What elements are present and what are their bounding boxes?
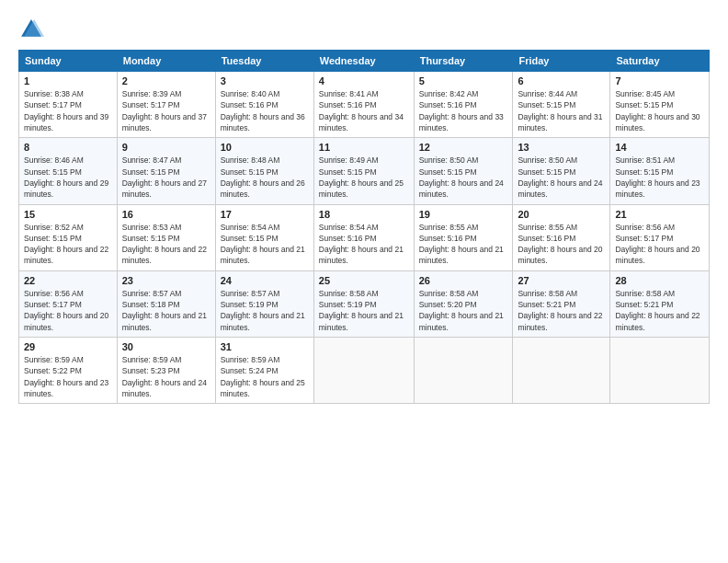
calendar-cell: 5 Sunrise: 8:42 AMSunset: 5:16 PMDayligh… <box>414 72 513 138</box>
calendar-week-row: 29 Sunrise: 8:59 AMSunset: 5:22 PMDaylig… <box>19 338 710 404</box>
day-number: 30 <box>122 341 210 352</box>
calendar-cell: 8 Sunrise: 8:46 AMSunset: 5:15 PMDayligh… <box>19 138 118 204</box>
day-number: 20 <box>518 209 605 220</box>
calendar-cell: 1 Sunrise: 8:38 AMSunset: 5:17 PMDayligh… <box>19 72 118 138</box>
day-number: 21 <box>615 209 704 220</box>
calendar-header-row: SundayMondayTuesdayWednesdayThursdayFrid… <box>19 51 710 72</box>
day-info: Sunrise: 8:56 AMSunset: 5:17 PMDaylight:… <box>615 223 700 266</box>
day-number: 16 <box>122 209 210 220</box>
day-number: 22 <box>24 275 112 286</box>
day-number: 14 <box>615 142 704 153</box>
header <box>18 17 710 42</box>
calendar-cell: 17 Sunrise: 8:54 AMSunset: 5:15 PMDaylig… <box>215 204 313 270</box>
calendar-cell: 31 Sunrise: 8:59 AMSunset: 5:24 PMDaylig… <box>215 338 313 404</box>
day-info: Sunrise: 8:51 AMSunset: 5:15 PMDaylight:… <box>615 155 700 199</box>
calendar-cell: 4 Sunrise: 8:41 AMSunset: 5:16 PMDayligh… <box>313 72 414 138</box>
day-info: Sunrise: 8:50 AMSunset: 5:15 PMDaylight:… <box>419 155 504 199</box>
calendar-week-row: 22 Sunrise: 8:56 AMSunset: 5:17 PMDaylig… <box>19 270 710 337</box>
calendar-cell: 14 Sunrise: 8:51 AMSunset: 5:15 PMDaylig… <box>610 138 710 204</box>
day-info: Sunrise: 8:54 AMSunset: 5:15 PMDaylight:… <box>221 223 305 266</box>
calendar-cell: 27 Sunrise: 8:58 AMSunset: 5:21 PMDaylig… <box>513 270 610 337</box>
calendar-cell: 19 Sunrise: 8:55 AMSunset: 5:16 PMDaylig… <box>414 204 513 270</box>
day-info: Sunrise: 8:44 AMSunset: 5:15 PMDaylight:… <box>518 89 602 132</box>
calendar-cell: 6 Sunrise: 8:44 AMSunset: 5:15 PMDayligh… <box>513 72 610 138</box>
calendar-cell: 28 Sunrise: 8:58 AMSunset: 5:21 PMDaylig… <box>610 270 710 337</box>
calendar-cell: 21 Sunrise: 8:56 AMSunset: 5:17 PMDaylig… <box>610 204 710 270</box>
day-info: Sunrise: 8:42 AMSunset: 5:16 PMDaylight:… <box>419 89 504 132</box>
day-info: Sunrise: 8:58 AMSunset: 5:19 PMDaylight:… <box>319 289 404 332</box>
calendar-cell: 16 Sunrise: 8:53 AMSunset: 5:15 PMDaylig… <box>117 204 215 270</box>
weekday-header: Friday <box>513 51 610 72</box>
day-number: 18 <box>319 209 409 220</box>
day-info: Sunrise: 8:58 AMSunset: 5:21 PMDaylight:… <box>518 289 602 332</box>
day-number: 8 <box>24 142 112 153</box>
calendar-cell: 15 Sunrise: 8:52 AMSunset: 5:15 PMDaylig… <box>19 204 118 270</box>
day-number: 1 <box>24 75 112 86</box>
day-info: Sunrise: 8:47 AMSunset: 5:15 PMDaylight:… <box>122 155 207 199</box>
day-info: Sunrise: 8:39 AMSunset: 5:17 PMDaylight:… <box>122 89 207 132</box>
weekday-header: Sunday <box>19 51 118 72</box>
day-number: 27 <box>518 275 605 286</box>
calendar-cell: 18 Sunrise: 8:54 AMSunset: 5:16 PMDaylig… <box>313 204 414 270</box>
day-info: Sunrise: 8:46 AMSunset: 5:15 PMDaylight:… <box>24 155 108 199</box>
day-number: 25 <box>319 275 409 286</box>
day-number: 2 <box>122 75 210 86</box>
calendar-cell: 29 Sunrise: 8:59 AMSunset: 5:22 PMDaylig… <box>19 338 118 404</box>
calendar-cell: 25 Sunrise: 8:58 AMSunset: 5:19 PMDaylig… <box>313 270 414 337</box>
day-info: Sunrise: 8:50 AMSunset: 5:15 PMDaylight:… <box>518 155 602 199</box>
calendar-cell: 7 Sunrise: 8:45 AMSunset: 5:15 PMDayligh… <box>610 72 710 138</box>
day-number: 28 <box>615 275 704 286</box>
calendar-week-row: 8 Sunrise: 8:46 AMSunset: 5:15 PMDayligh… <box>19 138 710 204</box>
weekday-header: Tuesday <box>215 51 313 72</box>
day-number: 23 <box>122 275 210 286</box>
day-number: 31 <box>221 341 309 352</box>
day-number: 5 <box>419 75 508 86</box>
day-info: Sunrise: 8:40 AMSunset: 5:16 PMDaylight:… <box>221 89 305 132</box>
day-info: Sunrise: 8:59 AMSunset: 5:24 PMDaylight:… <box>221 355 305 398</box>
calendar-cell: 20 Sunrise: 8:55 AMSunset: 5:16 PMDaylig… <box>513 204 610 270</box>
day-number: 26 <box>419 275 508 286</box>
day-number: 7 <box>615 75 704 86</box>
day-info: Sunrise: 8:57 AMSunset: 5:18 PMDaylight:… <box>122 289 207 332</box>
calendar-cell <box>610 338 710 404</box>
calendar-table: SundayMondayTuesdayWednesdayThursdayFrid… <box>18 50 710 404</box>
weekday-header: Wednesday <box>313 51 414 72</box>
day-info: Sunrise: 8:52 AMSunset: 5:15 PMDaylight:… <box>24 223 108 266</box>
calendar-cell: 23 Sunrise: 8:57 AMSunset: 5:18 PMDaylig… <box>117 270 215 337</box>
weekday-header: Thursday <box>414 51 513 72</box>
weekday-header: Saturday <box>610 51 710 72</box>
day-number: 24 <box>221 275 309 286</box>
day-info: Sunrise: 8:59 AMSunset: 5:23 PMDaylight:… <box>122 355 207 398</box>
day-info: Sunrise: 8:49 AMSunset: 5:15 PMDaylight:… <box>319 155 404 199</box>
day-info: Sunrise: 8:41 AMSunset: 5:16 PMDaylight:… <box>319 89 404 132</box>
day-info: Sunrise: 8:45 AMSunset: 5:15 PMDaylight:… <box>615 89 700 132</box>
day-info: Sunrise: 8:58 AMSunset: 5:20 PMDaylight:… <box>419 289 504 332</box>
day-info: Sunrise: 8:54 AMSunset: 5:16 PMDaylight:… <box>319 223 404 266</box>
calendar-week-row: 1 Sunrise: 8:38 AMSunset: 5:17 PMDayligh… <box>19 72 710 138</box>
calendar-cell: 10 Sunrise: 8:48 AMSunset: 5:15 PMDaylig… <box>215 138 313 204</box>
day-info: Sunrise: 8:57 AMSunset: 5:19 PMDaylight:… <box>221 289 305 332</box>
day-number: 9 <box>122 142 210 153</box>
day-number: 15 <box>24 209 112 220</box>
calendar-cell: 2 Sunrise: 8:39 AMSunset: 5:17 PMDayligh… <box>117 72 215 138</box>
calendar-cell <box>313 338 414 404</box>
day-info: Sunrise: 8:55 AMSunset: 5:16 PMDaylight:… <box>419 223 504 266</box>
day-number: 3 <box>221 75 309 86</box>
day-info: Sunrise: 8:58 AMSunset: 5:21 PMDaylight:… <box>615 289 700 332</box>
day-number: 19 <box>419 209 508 220</box>
weekday-header: Monday <box>117 51 215 72</box>
logo-icon <box>18 17 44 42</box>
calendar-cell: 30 Sunrise: 8:59 AMSunset: 5:23 PMDaylig… <box>117 338 215 404</box>
calendar-cell: 24 Sunrise: 8:57 AMSunset: 5:19 PMDaylig… <box>215 270 313 337</box>
calendar-cell: 13 Sunrise: 8:50 AMSunset: 5:15 PMDaylig… <box>513 138 610 204</box>
day-number: 4 <box>319 75 409 86</box>
day-number: 29 <box>24 341 112 352</box>
day-info: Sunrise: 8:55 AMSunset: 5:16 PMDaylight:… <box>518 223 602 266</box>
calendar-cell: 11 Sunrise: 8:49 AMSunset: 5:15 PMDaylig… <box>313 138 414 204</box>
page: SundayMondayTuesdayWednesdayThursdayFrid… <box>0 0 728 563</box>
day-number: 17 <box>221 209 309 220</box>
day-info: Sunrise: 8:59 AMSunset: 5:22 PMDaylight:… <box>24 355 108 398</box>
calendar-cell: 9 Sunrise: 8:47 AMSunset: 5:15 PMDayligh… <box>117 138 215 204</box>
logo <box>18 17 48 42</box>
calendar-cell <box>414 338 513 404</box>
